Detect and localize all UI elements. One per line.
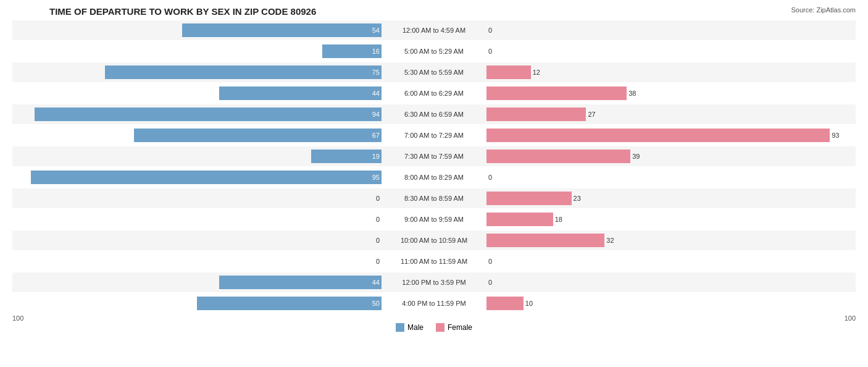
- table-row: 010:00 AM to 10:59 AM32: [12, 230, 856, 250]
- male-value: 0: [376, 216, 380, 223]
- female-value: 18: [555, 216, 562, 223]
- table-row: 011:00 AM to 11:59 AM0: [12, 251, 856, 271]
- time-label: 12:00 AM to 4:59 AM: [382, 27, 486, 34]
- time-label: 6:00 AM to 6:29 AM: [382, 90, 486, 97]
- female-bar: [486, 129, 830, 142]
- male-side: 44: [12, 276, 382, 289]
- male-bar: 75: [105, 65, 382, 79]
- female-side: 32: [486, 234, 856, 247]
- table-row: 197:30 AM to 7:59 AM39: [12, 146, 856, 166]
- female-value: 0: [488, 258, 492, 265]
- male-value: 19: [372, 153, 380, 160]
- female-side: 18: [486, 213, 856, 226]
- male-value: 44: [372, 90, 380, 97]
- male-value: 94: [372, 111, 380, 118]
- female-value: 0: [488, 27, 492, 34]
- time-label: 5:00 AM to 5:29 AM: [382, 48, 486, 55]
- female-value: 27: [588, 111, 595, 118]
- time-label: 6:30 AM to 6:59 AM: [382, 111, 486, 118]
- male-value: 67: [372, 132, 380, 139]
- legend: Male Female: [12, 323, 856, 332]
- female-bar: [486, 234, 604, 247]
- legend-female: Female: [436, 323, 472, 332]
- female-side: 0: [486, 276, 856, 289]
- male-value: 54: [372, 27, 380, 34]
- time-label: 5:30 AM to 5:59 AM: [382, 69, 486, 76]
- legend-male-box: [396, 323, 404, 332]
- female-bar: [486, 108, 586, 121]
- male-value: 95: [372, 174, 380, 181]
- male-side: 19: [12, 150, 382, 163]
- chart-body: 5412:00 AM to 4:59 AM0165:00 AM to 5:29 …: [12, 20, 856, 322]
- legend-male-label: Male: [407, 323, 424, 332]
- male-side: 50: [12, 297, 382, 310]
- male-side: 75: [12, 65, 382, 79]
- female-value: 12: [533, 69, 540, 76]
- female-value: 10: [525, 300, 533, 307]
- female-side: 12: [486, 65, 856, 79]
- female-side: 0: [486, 171, 856, 184]
- female-side: 0: [486, 255, 856, 268]
- table-row: 446:00 AM to 6:29 AM38: [12, 83, 856, 103]
- male-side: 94: [12, 108, 382, 121]
- male-value: 0: [376, 258, 380, 265]
- male-side: 44: [12, 86, 382, 100]
- time-label: 10:00 AM to 10:59 AM: [382, 237, 486, 244]
- time-label: 7:00 AM to 7:29 AM: [382, 132, 486, 139]
- female-side: 38: [486, 86, 856, 100]
- source-label: Source: ZipAtlas.com: [791, 6, 856, 14]
- male-bar: 54: [182, 23, 382, 37]
- male-bar: 19: [311, 150, 382, 163]
- male-side: 16: [12, 44, 382, 58]
- female-side: 10: [486, 297, 856, 310]
- female-side: 27: [486, 108, 856, 121]
- female-bar: [486, 65, 531, 79]
- table-row: 08:30 AM to 8:59 AM23: [12, 188, 856, 208]
- time-label: 7:30 AM to 7:59 AM: [382, 153, 486, 160]
- male-side: 0: [12, 234, 382, 247]
- male-bar: 95: [31, 171, 382, 184]
- female-value: 23: [574, 195, 581, 202]
- table-row: 165:00 AM to 5:29 AM0: [12, 41, 856, 61]
- male-value: 50: [372, 300, 380, 307]
- male-value: 75: [372, 69, 380, 76]
- female-side: 23: [486, 192, 856, 205]
- table-row: 5412:00 AM to 4:59 AM0: [12, 20, 856, 40]
- male-value: 16: [372, 48, 380, 55]
- female-value: 38: [628, 90, 636, 97]
- female-bar: [486, 86, 627, 100]
- female-side: 0: [486, 23, 856, 37]
- male-bar: 50: [197, 297, 382, 310]
- legend-female-label: Female: [448, 323, 472, 332]
- table-row: 946:30 AM to 6:59 AM27: [12, 104, 856, 124]
- male-side: 0: [12, 192, 382, 205]
- female-value: 0: [488, 174, 492, 181]
- time-label: 4:00 PM to 11:59 PM: [382, 300, 486, 307]
- time-label: 8:00 AM to 8:29 AM: [382, 174, 486, 181]
- male-value: 44: [372, 279, 380, 286]
- female-side: 39: [486, 150, 856, 163]
- female-value: 39: [632, 153, 640, 160]
- time-label: 11:00 AM to 11:59 AM: [382, 258, 486, 265]
- male-side: 67: [12, 129, 382, 142]
- axis-left: 100: [12, 314, 382, 322]
- table-row: 677:00 AM to 7:29 AM93: [12, 125, 856, 145]
- table-row: 09:00 AM to 9:59 AM18: [12, 209, 856, 229]
- axis-right: 100: [486, 314, 856, 322]
- legend-male: Male: [396, 323, 424, 332]
- female-bar: [486, 150, 630, 163]
- female-value: 93: [832, 132, 839, 139]
- table-row: 504:00 PM to 11:59 PM10: [12, 293, 856, 313]
- female-value: 0: [488, 279, 492, 286]
- male-side: 0: [12, 213, 382, 226]
- male-bar: 44: [219, 276, 382, 289]
- female-bar: [486, 192, 572, 205]
- time-label: 9:00 AM to 9:59 AM: [382, 216, 486, 223]
- table-row: 958:00 AM to 8:29 AM0: [12, 167, 856, 187]
- female-bar: [486, 297, 524, 310]
- time-label: 8:30 AM to 8:59 AM: [382, 195, 486, 202]
- male-bar: 94: [35, 108, 382, 121]
- female-bar: [486, 213, 553, 226]
- male-bar: 16: [322, 44, 382, 58]
- table-row: 4412:00 PM to 3:59 PM0: [12, 272, 856, 292]
